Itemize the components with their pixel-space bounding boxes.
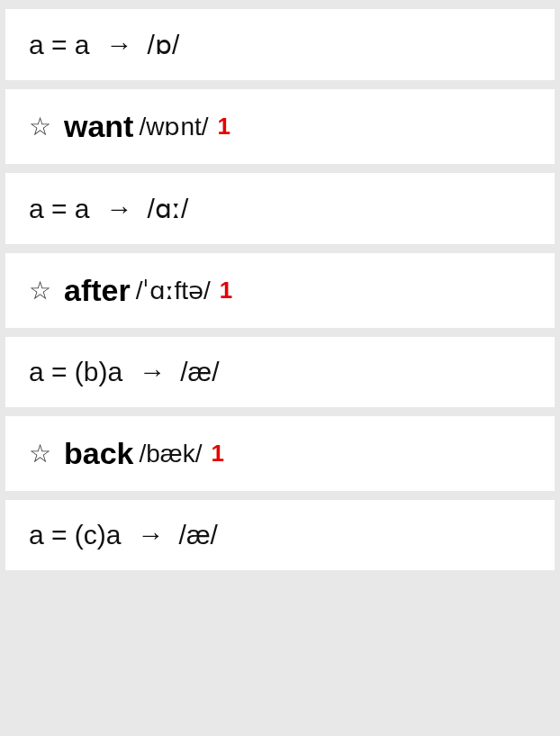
rule-left: a = (b)a — [29, 357, 122, 387]
rule-card[interactable]: a = a→/ɒ/ — [5, 9, 555, 80]
word-phoneme: /wɒnt/ — [139, 112, 208, 141]
word-text: back — [64, 436, 134, 471]
rule-card[interactable]: a = a→/ɑː/ — [5, 173, 555, 244]
rule-left: a = a — [29, 194, 90, 224]
word-card[interactable]: ☆back/bæk/1 — [5, 416, 555, 491]
star-icon[interactable]: ☆ — [29, 278, 51, 304]
rule-phoneme: /ɑː/ — [148, 193, 189, 224]
word-card[interactable]: ☆want/wɒnt/1 — [5, 89, 555, 164]
sense-number: 1 — [212, 440, 224, 468]
rule-phoneme: /æ/ — [180, 357, 219, 387]
rule-card[interactable]: a = (b)a→/æ/ — [5, 337, 555, 407]
rule-phoneme: /ɒ/ — [148, 29, 180, 60]
sense-number: 1 — [220, 277, 232, 304]
word-card[interactable]: ☆after/ˈɑːftə/1 — [5, 253, 555, 328]
arrow-icon: → — [138, 520, 165, 550]
word-text: after — [64, 273, 131, 308]
word-phoneme: /ˈɑːftə/ — [136, 276, 211, 305]
star-icon[interactable]: ☆ — [29, 441, 51, 467]
star-icon[interactable]: ☆ — [29, 114, 51, 140]
rule-left: a = (c)a — [29, 520, 122, 550]
arrow-icon: → — [106, 194, 133, 224]
arrow-icon: → — [106, 30, 133, 60]
sense-number: 1 — [218, 113, 230, 141]
word-phoneme: /bæk/ — [140, 440, 203, 468]
arrow-icon: → — [139, 357, 166, 387]
rule-phoneme: /æ/ — [179, 520, 218, 550]
rule-left: a = a — [29, 30, 90, 60]
rule-card[interactable]: a = (c)a→/æ/ — [5, 500, 555, 570]
word-text: want — [64, 109, 133, 144]
